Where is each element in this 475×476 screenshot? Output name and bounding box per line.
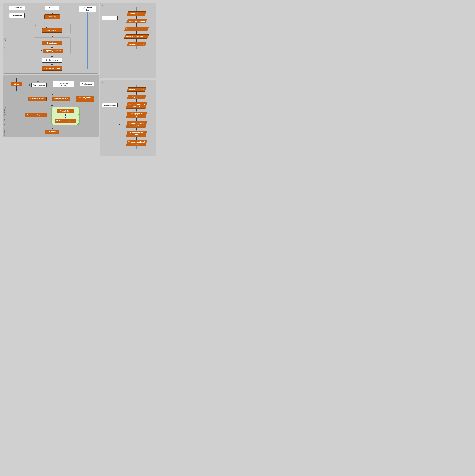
line: [52, 125, 52, 128]
sub-a-label: a): [35, 24, 36, 26]
line: [136, 23, 137, 25]
right-b-label: b): [102, 81, 103, 83]
right-a-item-2: Sea-going vessel selection: [124, 27, 149, 31]
line: [52, 91, 52, 94]
right-b-item-0: AIS data of interest: [127, 87, 146, 92]
line: [136, 46, 137, 49]
create-graph-box: Create Graph: [9, 13, 25, 18]
arrow: [136, 93, 137, 95]
data-selection-box: Data selection: [42, 28, 62, 33]
arrow: [136, 138, 137, 140]
arrow: [136, 120, 137, 121]
line: [136, 92, 137, 93]
arrow-down: [51, 22, 53, 23]
tidal-analysis-box: Tidal analysis: [80, 82, 94, 86]
line: [136, 7, 137, 11]
arrow-right: [46, 26, 47, 28]
arrow: [51, 128, 53, 129]
right-panel: a) Geospatial data Decoded AIS data Vess…: [100, 2, 156, 156]
geospatial-data-box: Geospatial data: [9, 5, 25, 10]
line: [136, 109, 137, 110]
line: [136, 118, 137, 120]
arrow: [136, 110, 137, 112]
simulation-region: Simulation and validation preparation (I…: [2, 75, 99, 137]
right-sub-a: a) Geospatial data Decoded AIS data Vess…: [100, 2, 156, 79]
right-b-item-1: Trajectiorize: [127, 95, 146, 99]
line: [136, 99, 137, 101]
right-b-geospatial: Geospatial data: [102, 103, 117, 107]
arrow-from-geo: [119, 123, 120, 125]
hydrodynamic-data-box: Hydrodynamic data: [79, 5, 96, 13]
right-b-item-3: Split voyages into trips: [126, 112, 147, 118]
trip-info-box: Trip information: [31, 83, 47, 87]
line: [136, 137, 137, 138]
arrow: [136, 18, 137, 19]
generated-vessels-box: Generated vessels: [28, 97, 47, 101]
arrow-right-traj: [41, 50, 42, 52]
arrow: [136, 129, 137, 131]
arrow-down: [51, 65, 53, 66]
line: [52, 54, 52, 56]
sim-label: Simulation and validation preparation (I…: [3, 106, 5, 136]
arrow: [37, 81, 39, 82]
observed-waiting-box: Observed waiting times: [25, 113, 47, 117]
nautical-label: Nautical traffic modelling (III): [77, 107, 79, 125]
trajectiorize-box: Trajectiorize: [42, 41, 62, 45]
right-a-label: a): [102, 4, 103, 6]
dp-label: Data processing (I): [3, 38, 5, 52]
line: [16, 78, 17, 82]
right-b-item-2: Split trajectories into voyages: [126, 102, 147, 109]
line: [17, 18, 17, 49]
trajectory-selection-box: Trajectory selection: [43, 49, 63, 53]
hydrodynamic-info-box: Hydrodynamic information: [76, 96, 94, 102]
line: [65, 114, 66, 116]
line: [17, 10, 17, 13]
validation-box: Validation: [45, 130, 59, 134]
sub-b-label: b): [35, 38, 36, 40]
arrow: [65, 117, 66, 118]
right-sub-b: b) Geospatial data AIS data of interest …: [100, 80, 156, 156]
arrow: [136, 33, 137, 34]
arrow: [51, 105, 53, 107]
nautical-region: OpenTNSim Modelled waiting times Nautica…: [51, 107, 80, 125]
line: [136, 39, 137, 41]
line: [136, 146, 137, 149]
right-a-item-1: Vessel type selection: [126, 19, 147, 23]
line: [52, 103, 52, 105]
arrow: [29, 84, 30, 86]
right-b-item-4: Selection of trips of interest: [126, 121, 147, 128]
line: [52, 63, 52, 65]
decoding-box: Decoding: [44, 15, 60, 19]
processed-ais-box: Processed AIS data: [42, 66, 62, 70]
speed-info-box: Speed information: [52, 97, 70, 101]
arrow: [136, 41, 137, 42]
left-panel: Data processing (I) Geospatial data Crea…: [2, 2, 99, 156]
line: [136, 128, 137, 129]
line: [16, 86, 17, 91]
right-a-geospatial: Geospatial data: [102, 16, 117, 20]
right-a-item-0: Decoded AIS data: [127, 11, 146, 16]
right-b-item-6: Voyages with trips of interest: [126, 140, 147, 146]
arrow: [136, 25, 137, 27]
line: [136, 85, 137, 87]
line: [136, 16, 137, 18]
right-b-item-5: Merge separated trips: [126, 131, 147, 137]
ais-data-box: AIS data: [45, 5, 59, 10]
outlier-removal-box: Outlier removal: [42, 58, 62, 62]
network-box: Network: [11, 82, 22, 86]
arrow-down: [51, 36, 53, 37]
arrow-down: [51, 56, 53, 58]
line: [52, 34, 52, 36]
sub-region-b: b) Trajectiorize Trajectory selection: [34, 37, 71, 54]
spatial-graph-box: Spatial to graph information: [53, 81, 74, 87]
line: [52, 19, 52, 22]
line: [136, 31, 137, 33]
sub-region-a: a) Data selection: [34, 23, 71, 34]
arrow: [136, 101, 137, 102]
line: [52, 10, 52, 13]
arrow-down: [51, 13, 53, 14]
arrow-down: [51, 47, 53, 49]
modelled-waiting-box: Modelled waiting times: [55, 119, 76, 123]
right-a-item-3: Vessel of interest selection: [124, 34, 149, 39]
line: [52, 45, 52, 47]
